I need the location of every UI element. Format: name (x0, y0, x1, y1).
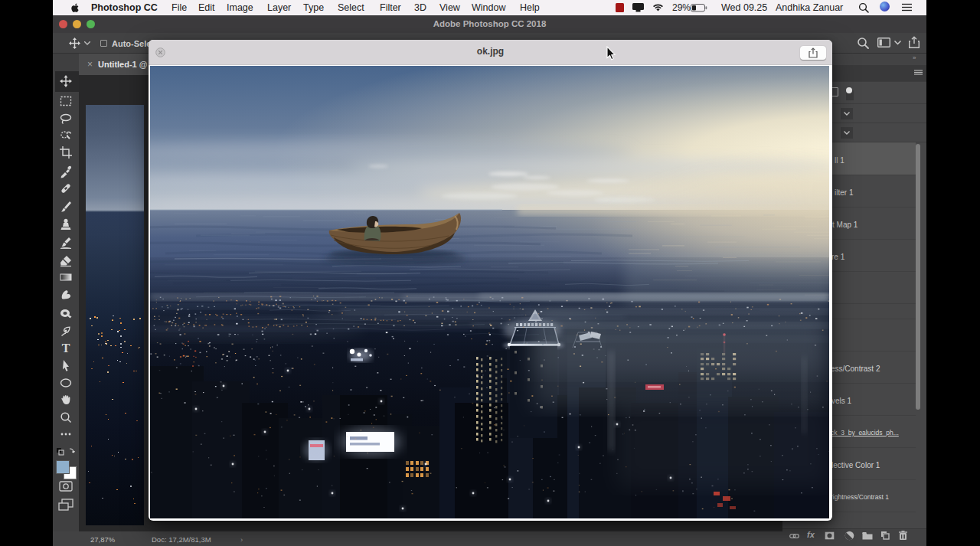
svg-text:T: T (62, 342, 70, 355)
